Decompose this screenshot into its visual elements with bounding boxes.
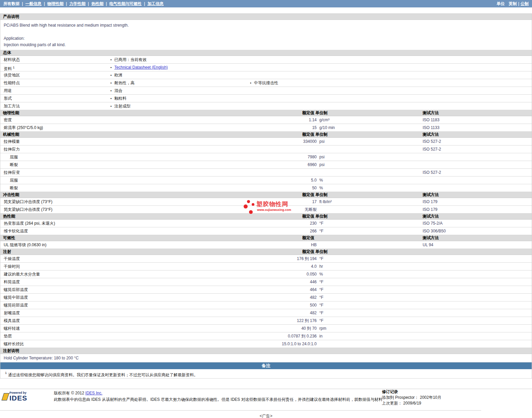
property-unit: °F [319,317,323,324]
property-value: 50 [182,184,317,192]
property-label: 简支梁缺口冲击强度 (73°F) [4,198,52,205]
property-unit: psi [319,153,324,161]
section-header-physical: 物理性能 额定值 单位制 测试方法 [0,110,532,116]
section-title: 机械性能 [3,132,19,137]
property-value: 500 [182,301,317,309]
row-ul-flame-rating: UL 阻燃等级 (0.0630 in) HB UL 94 [0,241,532,249]
property-unit: °F [319,301,323,309]
section-header-injection: 注射 额定值 单位制 [0,249,532,255]
description-line: Injection moulding parts of all kind. [4,42,528,48]
property-label: 形式 [4,95,12,102]
nav-separator [106,1,107,6]
section-title: 可燃性 [3,235,15,241]
section-title: 注射 [3,249,11,255]
row-processing-method: 加工方法 注射成型 [0,102,532,110]
property-unit: psi [319,161,324,168]
ides-logo: Powered by IDES [3,391,45,403]
property-label: 干燥温度 [4,255,20,262]
revision-title: 修订记录 [382,389,441,395]
nav-tab-thermal[interactable]: 热性能 [91,1,103,7]
row-literature: 资料 1 Technical Datasheet (English) [0,64,532,71]
nav-tab-processing-info[interactable]: 加工信息 [147,1,164,7]
nav-separator [22,1,23,6]
col-header-value: 额定值 [302,235,314,241]
row-middle-temperature: 螺筒中部温度 482 °F [0,294,532,301]
property-unit: g/cm³ [319,116,329,124]
row-drying-time: 干燥时间 4.0 hr [0,263,532,270]
property-unit: °F [319,309,323,317]
section-header-thermal: 热性能 额定值 单位制 测试方法 [0,214,532,220]
row-tensile-modulus: 拉伸模量 334000 psi ISO 527-2 [0,138,532,146]
nav-tab-electrical-flammability[interactable]: 电气性能与可燃性 [109,1,142,7]
property-unit: ft·lb/in² [319,198,332,205]
row-tensile-stress: 拉伸应力 ISO 527-2 [0,146,532,153]
property-value: 266 [182,227,317,235]
description-line: PC/ABS Blend with high heat resistance a… [4,22,528,29]
property-value: 0.050 [182,270,317,278]
test-method: ISO 1133 [423,124,439,131]
unit-metric-link[interactable]: 公制 [521,1,529,7]
advertisement-placeholder: <广告> [0,413,532,418]
bullet-item: 欧洲 [110,71,122,79]
nav-tab-physical[interactable]: 物理性能 [47,1,64,7]
row-max-moisture: 建议的最大水分含量 0.050 % [0,270,532,278]
property-unit: rpm [319,325,326,332]
nav-tab-general-info[interactable]: 一般信息 [25,1,41,7]
property-unit: °F [319,220,323,227]
section-title: 产品说明 [3,14,19,20]
property-value: 15 [182,124,317,131]
nav-tabs: 所有数据 一般信息 物理性能 力学性能 热性能 电气性能与可燃性 加工信息 [3,1,166,7]
row-rear-temperature: 螺筒后部温度 464 °F [0,286,532,294]
row-uses: 用途 混合 [0,87,532,95]
row-tensile-strain-yield: 屈服 5.0 % [0,176,532,184]
row-front-temperature: 螺筒前部温度 500 °F [0,301,532,309]
section-title: 冲击性能 [3,192,19,198]
section-header-injection-notes: 注射说明 [0,348,532,354]
col-header-test: 测试方法 [423,110,439,116]
property-label: 热变形温度 (264 psi, 未退火) [4,220,55,227]
property-unit: psi [319,138,324,145]
col-header-value-unit: 额定值 单位制 [302,110,327,116]
test-method: ISO 527-2 [423,138,441,145]
row-forms: 形式 颗粒料 [0,95,532,102]
copyright-text: 版权所有 © 2012 [54,391,84,395]
row-charpy-notched-1: 简支梁缺口冲击强度 (73°F) 17 ft·lb/in² ISO 179 [0,198,532,206]
col-header-test: 测试方法 [423,214,439,219]
nav-tab-all-data[interactable]: 所有数据 [3,1,20,7]
pencil-icon [1,393,9,400]
revision-added-line: 添加到 Prospector： 2002年10月 [382,395,441,400]
unit-separator [518,1,519,6]
property-value: 482 [182,294,317,301]
technical-datasheet-link[interactable]: Technical Datasheet (English) [114,65,168,70]
property-label: 断裂 [10,161,18,168]
units-label: 单位 [497,1,505,7]
property-label: 加工方法 [4,102,20,110]
row-drying-temperature: 干燥温度 176 到 194 °F [0,255,532,263]
property-label: 拉伸应力 [4,146,20,153]
unit-switcher: 单位 英制 公制 [497,1,529,7]
property-value: 446 [182,278,317,286]
col-header-test: 测试方法 [423,132,439,137]
injection-note-row: Hold Cylinder Temperature: 180 to 200 °C [0,354,532,362]
revision-added-label: 添加到 Prospector： [382,395,419,400]
property-unit: °F [319,227,323,235]
nav-tab-mechanical[interactable]: 力学性能 [69,1,85,7]
col-header-value-unit: 额定值 单位制 [302,249,327,255]
unit-imperial-current: 英制 [509,1,517,7]
property-value: 176 到 194 [182,255,317,262]
property-value: 无断裂 [182,206,317,213]
property-unit: hr [319,263,323,270]
property-unit: °F [319,278,323,286]
property-label: 螺筒后部温度 [4,286,28,293]
row-tensile-strain: 拉伸应变 ISO 527-2 [0,169,532,176]
property-label: 供货地区 [4,71,20,79]
property-label: 螺杆长径比 [4,340,24,348]
section-header-product-description: 产品说明 [0,14,532,20]
revision-updated-line: 上次更新： 2009/6/19 [382,400,441,406]
label-text: 资料 [4,66,12,71]
property-label: 干燥时间 [4,263,20,270]
bullet-item: 注射成型 [110,102,131,110]
property-label: 垫层 [4,332,12,340]
property-value: 5.0 [182,176,317,184]
ides-inc-link[interactable]: IDES Inc. [85,391,103,395]
